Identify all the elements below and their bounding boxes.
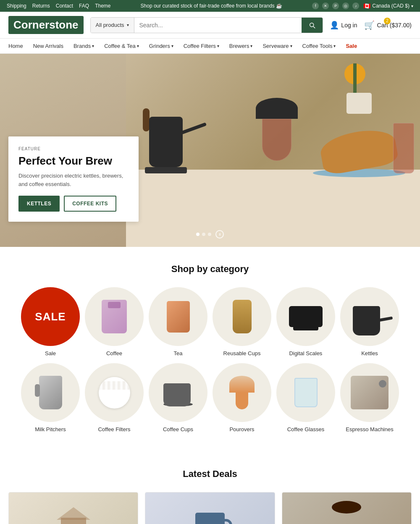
category-coffee-cups[interactable]: Coffee Cups	[149, 363, 207, 432]
category-scales[interactable]: Digital Scales	[276, 287, 335, 356]
deal-mugs-image	[145, 493, 274, 524]
nav-brands[interactable]: Brands ▾	[74, 43, 94, 49]
scene-kettle	[141, 81, 208, 173]
tumbler-icon	[233, 300, 252, 333]
category-circle-glasses	[276, 363, 335, 422]
category-reusable-cups[interactable]: Reusable Cups	[213, 287, 271, 356]
category-label-pourovers: Pourovers	[229, 426, 254, 432]
chemex-body-icon	[61, 518, 86, 524]
pinterest-icon[interactable]: P	[332, 3, 339, 9]
slide-dot-1[interactable]	[196, 233, 200, 236]
tools-chevron-icon: ▾	[333, 44, 336, 48]
category-section: Shop by category SALE Sale Coffee Tea Re…	[0, 247, 420, 456]
esp-coffee-icon	[332, 501, 361, 514]
category-circle-espresso	[340, 363, 399, 422]
login-label: Log in	[341, 22, 357, 29]
cart-button[interactable]: 🛒 2 Cart ($37.00)	[364, 20, 412, 30]
category-coffee-filters[interactable]: Coffee Filters	[85, 363, 144, 432]
slide-dot-2[interactable]	[202, 233, 205, 236]
deals-title: Latest Deals	[8, 469, 412, 479]
deals-section: Latest Deals UP TO 30 % off on Chemex	[0, 456, 420, 524]
logo[interactable]: Cornerstone	[8, 16, 84, 34]
deals-grid: UP TO 30 % off on Chemex TAKE $ 20	[8, 492, 412, 524]
nav-new-arrivals[interactable]: New Arrivals	[33, 43, 63, 49]
cart-label: Cart ($37.00)	[377, 22, 412, 29]
nav-serveware[interactable]: Serveware ▾	[262, 43, 292, 49]
instagram-icon[interactable]: ◎	[342, 3, 349, 9]
category-label-sale: Sale	[45, 350, 56, 356]
header: Cornerstone All products ▾ 👤 Log in 🛒 2 …	[0, 12, 420, 39]
pourover-icon-bottom	[236, 393, 248, 409]
kettle-handle	[143, 108, 150, 131]
deal-espresso-image	[282, 493, 411, 524]
hero-buttons: KETTLES COFFEE KITS	[18, 196, 129, 212]
faq-link[interactable]: FAQ	[79, 3, 89, 9]
search-category-dropdown[interactable]: All products ▾	[91, 18, 134, 33]
category-label-pitchers: Milk Pitchers	[35, 426, 66, 432]
scene-pourover	[249, 98, 304, 173]
category-pourovers[interactable]: Pourovers	[213, 363, 271, 432]
kettle-base	[145, 167, 187, 173]
facebook-icon[interactable]: f	[312, 3, 319, 9]
kettle-body	[149, 117, 183, 167]
search-icon	[308, 21, 316, 29]
country-selector[interactable]: 🇨🇦 Canada (CAD $) ▾	[363, 3, 413, 9]
pitcher-icon	[39, 376, 62, 409]
flower-stem	[353, 63, 357, 93]
nav-coffee-tea[interactable]: Coffee & Tea ▾	[104, 43, 139, 49]
nav-home[interactable]: Home	[8, 43, 23, 49]
nav-coffee-tools[interactable]: Coffee Tools ▾	[302, 43, 336, 49]
category-circle-tea	[149, 287, 207, 346]
scene-glass	[393, 123, 414, 173]
nav-coffee-filters[interactable]: Coffee Filters ▾	[184, 43, 219, 49]
category-circle-coffee	[85, 287, 144, 346]
pourover-top	[256, 98, 298, 119]
nav-sale[interactable]: Sale	[346, 43, 357, 49]
category-circle-cups	[213, 287, 271, 346]
category-circle-coffee-cups	[149, 363, 207, 422]
filter-icon	[99, 377, 130, 409]
category-coffee[interactable]: Coffee	[85, 287, 144, 356]
kettle-icon	[353, 298, 386, 335]
shipping-link[interactable]: Shipping	[7, 3, 26, 9]
deal-espresso[interactable]: UP TO 20 % off on Espresso	[282, 492, 412, 524]
returns-link[interactable]: Returns	[32, 3, 50, 9]
hero-tag: FEATURE	[18, 147, 129, 151]
kettles-button[interactable]: KETTLES	[18, 196, 60, 212]
announcement-nav[interactable]: Shipping Returns Contact FAQ Theme	[7, 3, 110, 9]
category-sale[interactable]: SALE Sale	[21, 287, 80, 356]
cart-icon: 🛒	[364, 20, 375, 30]
search-input[interactable]	[134, 18, 302, 33]
hero-card: FEATURE Perfect Your Brew Discover preci…	[8, 136, 139, 222]
twitter-icon[interactable]: ✕	[322, 3, 329, 9]
category-kettles[interactable]: Kettles	[340, 287, 399, 356]
login-button[interactable]: 👤 Log in	[330, 21, 357, 30]
deal-chemex[interactable]: UP TO 30 % off on Chemex	[8, 492, 138, 524]
header-actions: 👤 Log in 🛒 2 Cart ($37.00)	[330, 20, 412, 30]
category-label-tea: Tea	[174, 350, 183, 356]
category-coffee-glasses[interactable]: Coffee Glasses	[276, 363, 335, 432]
category-espresso[interactable]: Espresso Machines	[340, 363, 399, 432]
serveware-chevron-icon: ▾	[290, 44, 292, 48]
tiktok-icon[interactable]: ♪	[352, 3, 359, 9]
nav-brewers[interactable]: Brewers ▾	[229, 43, 253, 49]
brands-chevron-icon: ▾	[92, 44, 94, 48]
category-milk-pitchers[interactable]: Milk Pitchers	[21, 363, 80, 432]
category-label-coffee-cups: Coffee Cups	[163, 426, 193, 432]
pause-button[interactable]: ⏸	[215, 230, 224, 238]
flag-icon: 🇨🇦	[363, 3, 370, 9]
deal-mugs[interactable]: TAKE $ 20 off Sets of 4 mugs	[145, 492, 275, 524]
theme-link[interactable]: Theme	[95, 3, 110, 9]
category-label-scales: Digital Scales	[289, 350, 323, 356]
nav-grinders[interactable]: Grinders ▾	[149, 43, 173, 49]
coffee-kits-button[interactable]: COFFEE KITS	[64, 196, 116, 212]
grinders-chevron-icon: ▾	[171, 44, 173, 48]
scene-croissant	[318, 126, 399, 176]
filters-chevron-icon: ▾	[217, 44, 219, 48]
contact-link[interactable]: Contact	[56, 3, 73, 9]
slide-dot-3[interactable]	[208, 233, 211, 236]
category-tea[interactable]: Tea	[149, 287, 207, 356]
deal-chemex-image	[9, 493, 138, 524]
search-button[interactable]	[302, 18, 323, 33]
social-icons: f ✕ P ◎ ♪	[312, 3, 359, 9]
